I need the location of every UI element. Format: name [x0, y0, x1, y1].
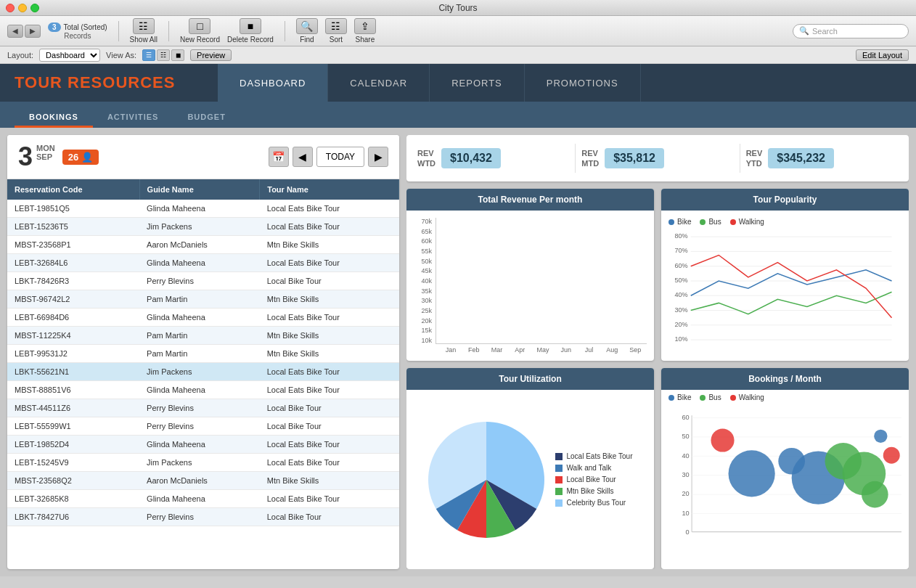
cell-guide: Pam Martin — [139, 345, 260, 363]
back-button[interactable]: ◀ — [7, 25, 23, 38]
table-row[interactable]: MBST-88851V6Glinda MaheenaLocal Eats Bik… — [7, 381, 399, 399]
svg-text:10: 10 — [682, 510, 689, 517]
cell-code: LEBT-32685K8 — [7, 490, 139, 508]
view-form-icon[interactable]: ☰ — [142, 49, 155, 61]
table-row[interactable]: LBKT-78427U6Perry BlevinsLocal Bike Tour — [7, 508, 399, 526]
table-row[interactable]: LEBT-32685K8Glinda MaheenaLocal Eats Bik… — [7, 490, 399, 508]
x-label: May — [531, 346, 555, 354]
svg-text:70%: 70% — [674, 247, 687, 254]
cell-code: MBST-11225K4 — [7, 327, 139, 345]
find-icon[interactable]: 🔍 — [296, 18, 318, 34]
maximize-button[interactable] — [30, 4, 39, 12]
sort-icon[interactable]: ☷ — [325, 18, 347, 34]
cell-guide: Jim Packens — [139, 454, 260, 472]
col-tour-name: Tour Name — [260, 179, 399, 200]
sort-group: ☷ Sort — [325, 18, 347, 44]
y-label: 30k — [414, 297, 432, 304]
svg-point-31 — [711, 429, 734, 452]
subtab-budget[interactable]: BUDGET — [173, 107, 240, 128]
bookings-table: Reservation Code Guide Name Tour Name LE… — [7, 179, 399, 526]
new-record-label: New Record — [180, 36, 220, 44]
svg-text:10%: 10% — [674, 335, 687, 343]
table-row[interactable]: MBST-23568Q2Aaron McDanielsMtn Bike Skil… — [7, 472, 399, 490]
bubble-area: 60 50 40 30 20 10 0 — [668, 405, 901, 559]
y-label: 55k — [414, 248, 432, 255]
subtab-activities[interactable]: ACTIVITIES — [93, 107, 173, 128]
bubble-legend: BikeBusWalking — [668, 393, 901, 401]
line-chart-card: Tour Popularity BikeBusWalking 80% 70% 6… — [661, 189, 909, 361]
cell-code: MBST-44511Z6 — [7, 399, 139, 417]
show-all-icon[interactable]: ☷ — [133, 18, 155, 34]
preview-button[interactable]: Preview — [190, 49, 232, 61]
line-chart-legend: BikeBusWalking — [668, 218, 901, 226]
forward-button[interactable]: ▶ — [25, 25, 41, 38]
nav-arrows: ◀ ▶ — [7, 25, 41, 38]
minimize-button[interactable] — [18, 4, 27, 12]
table-row[interactable]: LBKT-78426R3Perry BlevinsLocal Bike Tour — [7, 272, 399, 290]
view-list-icon[interactable]: ☷ — [157, 49, 170, 61]
pie-chart-title: Tour Utilization — [406, 368, 654, 390]
app-title: TOUR RESOURCES — [15, 73, 175, 92]
svg-text:60%: 60% — [674, 262, 687, 269]
subtab-bookings[interactable]: BOOKINGS — [15, 107, 93, 128]
delete-record-icon[interactable]: ■ — [240, 18, 261, 34]
layout-select[interactable]: Dashboard — [39, 49, 100, 62]
table-row[interactable]: MBST-44511Z6Perry BlevinsLocal Bike Tour — [7, 399, 399, 417]
cell-tour: Mtn Bike Skills — [260, 290, 399, 309]
svg-point-37 — [874, 430, 887, 443]
line-chart-body: BikeBusWalking 80% 70% 60% 50% 40% 30% 2… — [661, 211, 909, 361]
bubble-legend-dot — [700, 395, 706, 401]
titlebar: City Tours — [0, 0, 916, 16]
cell-code: LBKT-78426R3 — [7, 272, 139, 290]
cell-guide: Perry Blevins — [139, 417, 260, 436]
table-row[interactable]: LEBT-55599W1Perry BlevinsLocal Bike Tour — [7, 417, 399, 436]
pie-legend-item: Local Bike Tour — [555, 475, 633, 483]
nav-item-reports[interactable]: REPORTS — [430, 64, 525, 102]
edit-layout-button[interactable]: Edit Layout — [856, 49, 909, 61]
prev-date-button[interactable]: ◀ — [293, 147, 313, 167]
next-date-button[interactable]: ▶ — [368, 147, 388, 167]
day-name: MON — [36, 144, 55, 152]
table-row[interactable]: LBKT-55621N1Jim PackensLocal Eats Bike T… — [7, 363, 399, 381]
calendar-icon-button[interactable]: 📅 — [269, 147, 289, 167]
table-row[interactable]: MBST-23568P1Aaron McDanielsMtn Bike Skil… — [7, 236, 399, 254]
table-row[interactable]: MBST-96742L2Pam MartinMtn Bike Skills — [7, 290, 399, 309]
table-row[interactable]: LEBT-15236T5Jim PackensLocal Eats Bike T… — [7, 218, 399, 236]
bar-chart-card: Total Revenue Per month 70k65k60k55k50k4… — [406, 189, 654, 361]
svg-text:60: 60 — [682, 414, 689, 421]
new-record-icon[interactable]: □ — [189, 18, 210, 34]
subtabs: BOOKINGSACTIVITIESBUDGET — [0, 102, 916, 128]
svg-text:30: 30 — [682, 471, 689, 478]
pie-legend-color — [555, 453, 563, 460]
y-label: 65k — [414, 228, 432, 235]
cell-tour: Mtn Bike Skills — [260, 236, 399, 254]
today-button[interactable]: TODAY — [316, 147, 364, 167]
person-icon: 👤 — [81, 152, 93, 163]
search-bar[interactable]: 🔍 Search — [793, 24, 909, 38]
table-row[interactable]: LEBT-32684L6Glinda MaheenaLocal Eats Bik… — [7, 254, 399, 272]
svg-text:20: 20 — [682, 491, 689, 498]
bubble-legend-dot — [668, 395, 674, 401]
pie-legend-item: Celebrity Bus Tour — [555, 499, 633, 507]
close-button[interactable] — [6, 4, 15, 12]
nav-item-promotions[interactable]: PROMOTIONS — [525, 64, 641, 102]
cell-code: LBKT-78427U6 — [7, 508, 139, 526]
view-table-icon[interactable]: ◼ — [171, 49, 184, 61]
y-label: 70k — [414, 218, 432, 225]
table-row[interactable]: LEBT-99531J2Pam MartinMtn Bike Skills — [7, 345, 399, 363]
table-row[interactable]: LEBT-15245V9Jim PackensLocal Eats Bike T… — [7, 454, 399, 472]
bubble-legend-item: Bus — [700, 393, 721, 401]
table-row[interactable]: LEBT-66984D6Glinda MaheenaLocal Eats Bik… — [7, 309, 399, 327]
bookings-table-container[interactable]: Reservation Code Guide Name Tour Name LE… — [7, 179, 399, 569]
bubble-legend-item: Bike — [668, 393, 691, 401]
cell-tour: Local Eats Bike Tour — [260, 436, 399, 454]
legend-dot — [668, 219, 674, 225]
share-icon[interactable]: ⇪ — [354, 18, 376, 34]
pie-legend-item: Mtn Bike Skills — [555, 487, 633, 495]
table-row[interactable]: LEBT-19852D4Glinda MaheenaLocal Eats Bik… — [7, 436, 399, 454]
nav-item-calendar[interactable]: CALENDAR — [328, 64, 430, 102]
table-row[interactable]: MBST-11225K4Pam MartinMtn Bike Skills — [7, 327, 399, 345]
nav-item-dashboard[interactable]: DASHBOARD — [218, 64, 328, 102]
svg-text:50: 50 — [682, 433, 689, 441]
table-row[interactable]: LEBT-19851Q5Glinda MaheenaLocal Eats Bik… — [7, 200, 399, 218]
